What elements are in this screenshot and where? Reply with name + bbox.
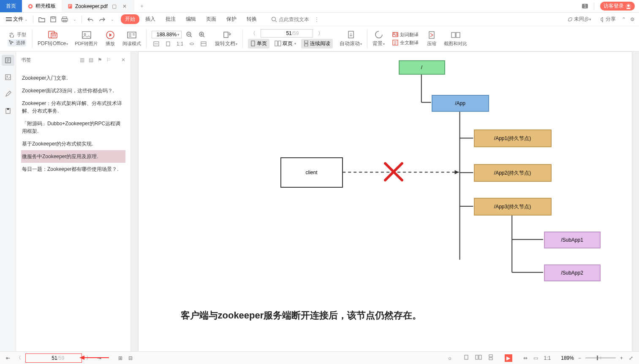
sb-single-view-icon[interactable] — [462, 353, 471, 362]
full-translate[interactable]: 全文翻译 — [392, 39, 419, 46]
rail-thumbnails[interactable] — [2, 72, 14, 83]
collapse-ribbon-icon[interactable]: ⌃ — [622, 16, 626, 22]
pdf-to-image[interactable]: PDF转图片 — [71, 30, 101, 47]
settings-icon[interactable]: ⚙ — [630, 16, 635, 22]
sync-button[interactable]: 未同步▾ — [566, 14, 593, 24]
expand-all-icon[interactable]: ▥ — [80, 57, 84, 63]
close-panel-icon[interactable]: ✕ — [121, 57, 125, 63]
remove-page-icon[interactable]: ⊟ — [127, 354, 134, 362]
add-tab-button[interactable]: ＋ — [134, 0, 150, 12]
bookmark-item[interactable]: Zookeeper面试23连问，这些你都会吗？. — [21, 84, 125, 97]
fit-visible-icon[interactable] — [187, 40, 196, 48]
zoom-slider[interactable] — [585, 357, 616, 359]
prev-page-button[interactable]: 〈 — [248, 29, 258, 38]
hand-tool[interactable]: 手型 — [8, 31, 27, 38]
bookmark-item-selected[interactable]: 微服务中Zookeeper的应用及原理. — [21, 150, 125, 163]
bookmark-item[interactable]: 基于Zookeeper的分布式锁实现. — [21, 138, 125, 150]
actual-size-sb-icon[interactable]: 1:1 — [542, 354, 553, 362]
continuous-button[interactable]: 连续阅读 — [301, 39, 333, 49]
redo-button[interactable] — [97, 16, 107, 23]
slideshow-icon[interactable]: ▶ — [505, 354, 512, 362]
play-button[interactable]: 播放 — [101, 30, 119, 47]
eye-protect-icon[interactable]: ☼ — [446, 354, 454, 362]
undo-button[interactable] — [85, 16, 95, 23]
search-more-icon[interactable]: ⋮ — [314, 16, 319, 22]
bookmark-item[interactable]: 每日一题：Zookeeper都有哪些使用场景？. — [21, 163, 125, 175]
next-page-button[interactable]: 〉 — [315, 29, 326, 38]
zoom-combo[interactable]: ▾ — [152, 31, 182, 38]
divider — [594, 3, 594, 10]
prev-page-button-sb[interactable]: 〈 — [14, 353, 23, 362]
ribbon-tab-insert[interactable]: 插入 — [141, 14, 160, 24]
zoom-in-sb[interactable]: + — [618, 354, 625, 362]
svg-rect-24 — [251, 41, 255, 46]
svg-rect-6 — [63, 17, 67, 19]
read-mode[interactable]: 阅读模式 — [119, 30, 144, 47]
fit-page-icon[interactable] — [163, 40, 173, 48]
fit-actual-icon[interactable]: 1:1 — [175, 40, 185, 48]
select-tool[interactable]: 选择 — [8, 39, 26, 46]
login-button[interactable]: 访客登录 — [600, 2, 635, 11]
search-box[interactable]: ⋮ — [271, 16, 319, 22]
bookmark-item[interactable]: 「附源码」Dubbo+Zookeeper的RPC远程调用框架. — [21, 117, 125, 138]
sb-double-view-icon[interactable] — [473, 353, 484, 362]
share-button[interactable]: 分享 — [597, 14, 617, 24]
notification-badge[interactable]: 1 — [582, 4, 588, 8]
redo-dropdown[interactable]: ⌄ — [109, 16, 116, 23]
tab-document[interactable]: P Zookeeper.pdf ▢ ✕ — [62, 0, 134, 12]
rotate-doc[interactable]: 旋转文档▾ — [212, 30, 241, 47]
zoom-out-sb[interactable]: − — [576, 354, 583, 362]
pdf-to-office[interactable]: W PDF转Office▾ — [34, 30, 71, 47]
zoom-out-button[interactable] — [184, 30, 194, 39]
zoom-input[interactable] — [154, 32, 177, 38]
dict-translate[interactable]: Aa划词翻译 — [392, 31, 419, 38]
tab-template[interactable]: 稻壳模板 — [22, 0, 62, 12]
fit-width-icon[interactable] — [152, 40, 161, 48]
collapse-all-icon[interactable]: ▤ — [89, 57, 93, 63]
ribbon-tab-protect[interactable]: 保护 — [222, 14, 241, 24]
print-dropdown[interactable]: ⌄ — [71, 16, 78, 23]
fit-width-sb-icon[interactable]: ⇔ — [522, 354, 529, 362]
page-box[interactable]: 51/59 — [25, 353, 82, 363]
node-root: / — [399, 60, 445, 75]
svg-rect-43 — [489, 355, 492, 357]
next-page-button-sb[interactable]: 〉 — [84, 353, 93, 362]
first-page-button[interactable]: ⇤ — [4, 354, 12, 362]
tab-close-icon[interactable]: ✕ — [121, 3, 128, 9]
tab-home[interactable]: 首页 — [0, 0, 22, 12]
dict-label: 划词翻译 — [400, 32, 419, 38]
document-canvas[interactable]: / /App /App1(持久节点) /App2(持久节点) /App3(持久节… — [131, 51, 639, 351]
page-field[interactable]: 51/59 — [261, 29, 313, 38]
ribbon-tab-comment[interactable]: 批注 — [161, 14, 180, 24]
ribbon-tab-edit[interactable]: 编辑 — [182, 14, 200, 24]
ribbon-tab-start[interactable]: 开始 — [121, 14, 139, 24]
fullscreen-icon[interactable]: ⤢ — [627, 354, 635, 362]
print-button[interactable] — [60, 15, 70, 24]
compress-button[interactable]: 压缩 — [423, 30, 441, 47]
last-page-button[interactable]: ⇥ — [95, 354, 103, 362]
screenshot-compare[interactable]: 截图和对比 — [441, 30, 470, 47]
sb-continuous-view-icon[interactable] — [486, 353, 495, 362]
auto-scroll[interactable]: 自动滚动▾ — [336, 30, 365, 47]
bookmark-item[interactable]: Zookeeper：分布式架构详解、分布式技术详解、分布式事务. — [21, 97, 125, 117]
open-button[interactable] — [37, 15, 47, 24]
bookmark-settings-icon[interactable]: ⚐ — [106, 57, 111, 63]
zoom-in-button[interactable] — [197, 30, 207, 39]
add-bookmark-icon[interactable]: ⚑ — [98, 57, 102, 63]
search-input[interactable] — [279, 16, 313, 22]
rail-annotations[interactable] — [2, 89, 14, 100]
rail-attachments[interactable] — [2, 105, 14, 116]
rail-bookmarks[interactable] — [2, 55, 14, 66]
double-page-button[interactable]: 双页▾ — [272, 39, 299, 49]
background-button[interactable]: 背景▾ — [369, 30, 388, 47]
save-button[interactable] — [49, 15, 58, 24]
fit-page-sb-icon[interactable]: ▭ — [532, 354, 540, 362]
file-menu[interactable]: 文件 ⌄ — [4, 15, 30, 24]
tab-restore-icon[interactable]: ▢ — [110, 3, 118, 9]
single-page-button[interactable]: 单页 — [248, 39, 269, 49]
ribbon-tab-page[interactable]: 页面 — [202, 14, 220, 24]
fit-more-icon[interactable] — [199, 40, 208, 48]
ribbon-tab-convert[interactable]: 转换 — [242, 14, 261, 24]
bookmark-item[interactable]: Zookeeper入门文章. — [21, 72, 125, 84]
add-page-icon[interactable]: ⊞ — [117, 354, 124, 362]
